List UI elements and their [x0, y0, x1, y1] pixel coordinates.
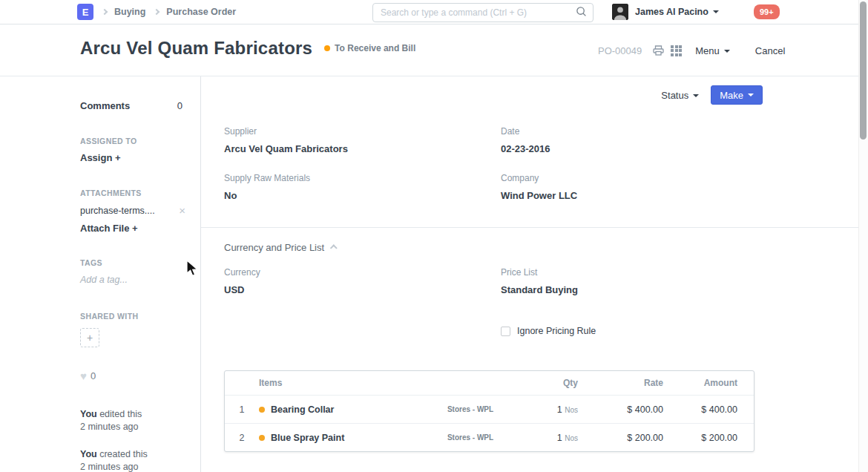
- item-warehouse: Stores - WPL: [418, 433, 522, 442]
- attachment-item: purchase-terms.... ×: [80, 205, 185, 216]
- search-icon[interactable]: [576, 6, 587, 19]
- item-rate: $ 400.00: [578, 404, 663, 415]
- activity-created: You created this 2 minutes ago: [80, 448, 191, 472]
- page-head: Arcu Vel Quam Fabricators To Receive and…: [0, 24, 868, 76]
- remove-attachment-icon[interactable]: ×: [179, 205, 185, 216]
- company-value[interactable]: Wind Power LLC: [501, 190, 763, 201]
- field-date: Date 02-23-2016: [501, 126, 763, 154]
- add-share-button[interactable]: +: [80, 328, 99, 347]
- date-value[interactable]: 02-23-2016: [501, 143, 763, 154]
- plus-icon: +: [87, 332, 93, 344]
- caret-down-icon: [748, 94, 754, 96]
- comments-count: 0: [177, 100, 183, 111]
- supply-raw-materials-value[interactable]: No: [224, 190, 501, 201]
- purchase-order-page: E Buying Purchase Order James Al Pacino …: [0, 0, 868, 472]
- user-name: James Al Pacino: [635, 7, 708, 17]
- tags-heading: TAGS: [80, 258, 191, 267]
- cancel-button[interactable]: Cancel: [755, 45, 785, 56]
- status-dropdown-button[interactable]: Status: [661, 90, 699, 101]
- form-sidebar: Comments 0 ASSIGNED TO Assign + ATTACHME…: [80, 76, 191, 472]
- app-logo-icon[interactable]: E: [77, 4, 93, 20]
- global-search: [372, 3, 594, 22]
- section-currency-price-list[interactable]: Currency and Price List: [224, 242, 763, 253]
- price-list-value[interactable]: Standard Buying: [501, 284, 763, 295]
- item-amount: $ 200.00: [663, 433, 748, 443]
- ignore-pricing-rule-checkbox[interactable]: [501, 327, 510, 336]
- attach-file-button[interactable]: Attach File +: [80, 223, 191, 234]
- section-divider: [201, 227, 858, 228]
- item-amount: $ 400.00: [663, 404, 748, 415]
- field-company: Company Wind Power LLC: [501, 173, 763, 201]
- activity-edited: You edited this 2 minutes ago: [80, 408, 191, 433]
- attachments-heading: ATTACHMENTS: [80, 189, 191, 197]
- likes-count: 0: [91, 370, 96, 381]
- breadcrumb: E Buying Purchase Order: [77, 4, 236, 20]
- plus-icon: +: [132, 223, 138, 234]
- likes: ♥ 0: [80, 370, 191, 382]
- breadcrumb-buying[interactable]: Buying: [114, 7, 145, 17]
- grid-menu-icon[interactable]: [671, 45, 682, 56]
- navbar: E Buying Purchase Order James Al Pacino …: [0, 0, 868, 24]
- shared-with-heading: SHARED WITH: [80, 312, 191, 321]
- make-dropdown-button[interactable]: Make: [711, 85, 763, 105]
- avatar: [612, 4, 628, 20]
- field-currency: Currency USD: [224, 267, 501, 295]
- doc-id: PO-00049: [598, 45, 642, 56]
- items-table: Items Qty Rate Amount 1 Bearing Collar S…: [224, 370, 754, 452]
- table-row[interactable]: 1 Bearing Collar Stores - WPL 1 Nos $ 40…: [225, 395, 754, 423]
- status-indicator: To Receive and Bill: [324, 43, 415, 53]
- sidebar-item-comments[interactable]: Comments 0: [80, 100, 183, 111]
- field-supplier: Supplier Arcu Vel Quam Fabricators: [224, 126, 501, 154]
- chevron-right-icon: [102, 9, 108, 15]
- row-index: 2: [225, 433, 259, 443]
- item-qty: 1: [557, 433, 562, 443]
- item-name[interactable]: Blue Spray Paint: [271, 433, 344, 443]
- scrollbar-thumb[interactable]: [860, 1, 867, 140]
- chevron-up-icon: [330, 244, 338, 252]
- form-body: Status Make Supplier Arcu Vel Quam Fabri…: [201, 76, 858, 472]
- page-title: Arcu Vel Quam Fabricators: [80, 38, 312, 59]
- status-label: To Receive and Bill: [335, 43, 415, 53]
- items-table-header: Items Qty Rate Amount: [225, 371, 754, 395]
- item-warehouse: Stores - WPL: [418, 405, 522, 413]
- table-row[interactable]: 2 Blue Spray Paint Stores - WPL 1 Nos $ …: [225, 423, 754, 451]
- caret-down-icon: [713, 10, 719, 13]
- currency-value[interactable]: USD: [224, 284, 501, 295]
- search-input[interactable]: [373, 7, 576, 18]
- scrollbar-track[interactable]: [858, 0, 868, 472]
- chevron-right-icon: [154, 9, 160, 15]
- caret-down-icon: [693, 94, 699, 97]
- field-ignore-pricing-rule: Ignore Pricing Rule: [501, 326, 763, 336]
- menu-button[interactable]: Menu: [695, 45, 730, 56]
- supplier-value[interactable]: Arcu Vel Quam Fabricators: [224, 143, 501, 154]
- item-status-dot-icon: [259, 435, 265, 441]
- item-name[interactable]: Bearing Collar: [271, 404, 334, 415]
- caret-down-icon: [724, 50, 730, 53]
- heart-icon[interactable]: ♥: [80, 370, 87, 382]
- item-uom: Nos: [565, 406, 578, 414]
- user-menu[interactable]: James Al Pacino: [612, 4, 719, 20]
- assign-button[interactable]: Assign +: [80, 152, 191, 163]
- item-status-dot-icon: [259, 407, 265, 413]
- status-dot-icon: [324, 45, 330, 51]
- attachment-link[interactable]: purchase-terms....: [80, 206, 155, 216]
- print-icon[interactable]: [652, 45, 665, 56]
- breadcrumb-purchase-order[interactable]: Purchase Order: [166, 7, 236, 17]
- assigned-to-heading: ASSIGNED TO: [80, 137, 191, 145]
- row-index: 1: [225, 404, 259, 415]
- item-qty: 1: [557, 404, 562, 415]
- item-rate: $ 200.00: [578, 433, 663, 443]
- notification-badge[interactable]: 99+: [754, 4, 780, 19]
- field-supply-raw-materials: Supply Raw Materials No: [224, 173, 501, 201]
- plus-icon: +: [115, 152, 121, 163]
- add-tag-input[interactable]: Add a tag...: [80, 275, 191, 285]
- item-uom: Nos: [565, 434, 578, 442]
- field-price-list: Price List Standard Buying: [501, 267, 763, 295]
